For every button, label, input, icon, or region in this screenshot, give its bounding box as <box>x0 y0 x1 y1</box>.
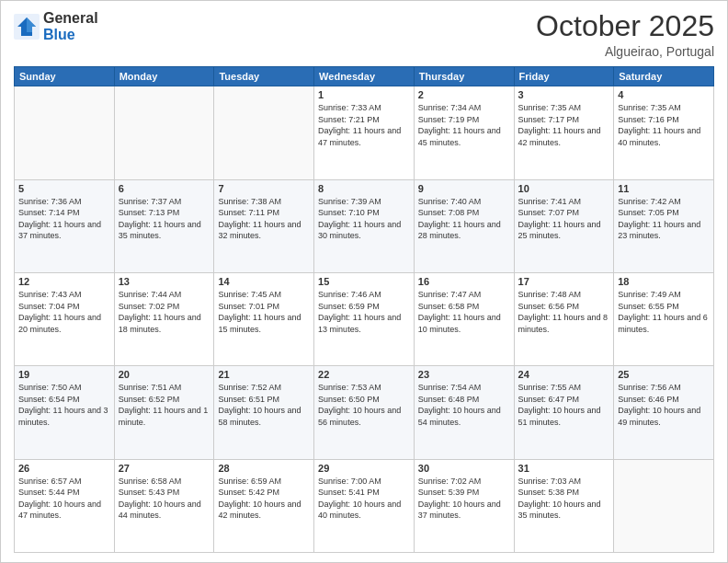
day-number: 3 <box>518 89 610 100</box>
day-number: 7 <box>218 183 310 194</box>
day-number: 23 <box>418 369 510 380</box>
day-info: Sunrise: 7:50 AM Sunset: 6:54 PM Dayligh… <box>18 382 110 428</box>
page-header: General Blue October 2025 Algueirao, Por… <box>14 10 714 59</box>
day-number: 20 <box>119 369 210 380</box>
header-sunday: Sunday <box>15 67 115 86</box>
calendar-cell-0-5: 3Sunrise: 7:35 AM Sunset: 7:17 PM Daylig… <box>514 86 614 179</box>
day-number: 18 <box>618 276 710 287</box>
day-number: 30 <box>418 463 510 474</box>
day-info: Sunrise: 7:03 AM Sunset: 5:38 PM Dayligh… <box>518 476 610 522</box>
day-number: 1 <box>318 89 410 100</box>
day-number: 15 <box>318 276 410 287</box>
day-number: 5 <box>18 183 110 194</box>
day-info: Sunrise: 7:38 AM Sunset: 7:11 PM Dayligh… <box>218 196 310 242</box>
calendar-cell-2-5: 17Sunrise: 7:48 AM Sunset: 6:56 PM Dayli… <box>514 272 614 365</box>
day-number: 22 <box>318 369 410 380</box>
day-number: 25 <box>618 369 710 380</box>
day-number: 31 <box>518 463 610 474</box>
calendar-cell-1-3: 8Sunrise: 7:39 AM Sunset: 7:10 PM Daylig… <box>314 179 415 272</box>
header-saturday: Saturday <box>614 67 714 86</box>
logo-blue-text: Blue <box>43 27 75 42</box>
logo: General Blue <box>14 10 98 42</box>
day-info: Sunrise: 7:44 AM Sunset: 7:02 PM Dayligh… <box>119 289 210 335</box>
day-number: 10 <box>518 183 610 194</box>
day-number: 13 <box>119 276 210 287</box>
day-info: Sunrise: 7:45 AM Sunset: 7:01 PM Dayligh… <box>218 289 310 335</box>
calendar-cell-0-1 <box>114 86 214 179</box>
logo-general-text: General <box>43 10 98 26</box>
day-number: 27 <box>119 463 210 474</box>
week-row-3: 19Sunrise: 7:50 AM Sunset: 6:54 PM Dayli… <box>15 366 714 459</box>
day-info: Sunrise: 7:02 AM Sunset: 5:39 PM Dayligh… <box>418 476 510 522</box>
day-info: Sunrise: 7:35 AM Sunset: 7:16 PM Dayligh… <box>618 102 710 148</box>
calendar-body: 1Sunrise: 7:33 AM Sunset: 7:21 PM Daylig… <box>15 86 714 553</box>
calendar-cell-3-2: 21Sunrise: 7:52 AM Sunset: 6:51 PM Dayli… <box>214 366 314 459</box>
location-subtitle: Algueirao, Portugal <box>536 44 714 59</box>
day-number: 8 <box>318 183 410 194</box>
calendar-cell-2-1: 13Sunrise: 7:44 AM Sunset: 7:02 PM Dayli… <box>114 272 214 365</box>
calendar-table: Sunday Monday Tuesday Wednesday Thursday… <box>14 66 714 553</box>
calendar-cell-0-2 <box>214 86 314 179</box>
day-info: Sunrise: 7:55 AM Sunset: 6:47 PM Dayligh… <box>518 382 610 428</box>
calendar-cell-2-0: 12Sunrise: 7:43 AM Sunset: 7:04 PM Dayli… <box>15 272 115 365</box>
day-info: Sunrise: 7:56 AM Sunset: 6:46 PM Dayligh… <box>618 382 710 428</box>
calendar-cell-3-1: 20Sunrise: 7:51 AM Sunset: 6:52 PM Dayli… <box>114 366 214 459</box>
day-info: Sunrise: 7:52 AM Sunset: 6:51 PM Dayligh… <box>218 382 310 428</box>
day-info: Sunrise: 7:36 AM Sunset: 7:14 PM Dayligh… <box>18 196 110 242</box>
header-thursday: Thursday <box>414 67 514 86</box>
calendar-cell-4-0: 26Sunrise: 6:57 AM Sunset: 5:44 PM Dayli… <box>15 459 115 552</box>
day-number: 11 <box>618 183 710 194</box>
calendar-cell-1-6: 11Sunrise: 7:42 AM Sunset: 7:05 PM Dayli… <box>614 179 714 272</box>
header-wednesday: Wednesday <box>314 67 415 86</box>
calendar-cell-4-4: 30Sunrise: 7:02 AM Sunset: 5:39 PM Dayli… <box>414 459 514 552</box>
day-number: 12 <box>18 276 110 287</box>
calendar-cell-4-6 <box>614 459 714 552</box>
day-info: Sunrise: 7:43 AM Sunset: 7:04 PM Dayligh… <box>18 289 110 335</box>
calendar-cell-1-1: 6Sunrise: 7:37 AM Sunset: 7:13 PM Daylig… <box>114 179 214 272</box>
calendar-cell-1-2: 7Sunrise: 7:38 AM Sunset: 7:11 PM Daylig… <box>214 179 314 272</box>
day-info: Sunrise: 6:58 AM Sunset: 5:43 PM Dayligh… <box>119 476 210 522</box>
day-number: 24 <box>518 369 610 380</box>
day-info: Sunrise: 7:54 AM Sunset: 6:48 PM Dayligh… <box>418 382 510 428</box>
calendar-cell-2-6: 18Sunrise: 7:49 AM Sunset: 6:55 PM Dayli… <box>614 272 714 365</box>
week-row-0: 1Sunrise: 7:33 AM Sunset: 7:21 PM Daylig… <box>15 86 714 179</box>
day-info: Sunrise: 6:59 AM Sunset: 5:42 PM Dayligh… <box>218 476 310 522</box>
day-number: 14 <box>218 276 310 287</box>
header-monday: Monday <box>114 67 214 86</box>
month-title: October 2025 <box>536 10 714 42</box>
day-info: Sunrise: 7:41 AM Sunset: 7:07 PM Dayligh… <box>518 196 610 242</box>
calendar-cell-2-3: 15Sunrise: 7:46 AM Sunset: 6:59 PM Dayli… <box>314 272 415 365</box>
calendar-cell-3-6: 25Sunrise: 7:56 AM Sunset: 6:46 PM Dayli… <box>614 366 714 459</box>
calendar-cell-4-5: 31Sunrise: 7:03 AM Sunset: 5:38 PM Dayli… <box>514 459 614 552</box>
week-row-4: 26Sunrise: 6:57 AM Sunset: 5:44 PM Dayli… <box>15 459 714 552</box>
day-info: Sunrise: 7:34 AM Sunset: 7:19 PM Dayligh… <box>418 102 510 148</box>
logo-icon <box>14 14 40 40</box>
calendar-cell-3-0: 19Sunrise: 7:50 AM Sunset: 6:54 PM Dayli… <box>15 366 115 459</box>
calendar-cell-0-6: 4Sunrise: 7:35 AM Sunset: 7:16 PM Daylig… <box>614 86 714 179</box>
header-tuesday: Tuesday <box>214 67 314 86</box>
weekday-header-row: Sunday Monday Tuesday Wednesday Thursday… <box>15 67 714 86</box>
week-row-2: 12Sunrise: 7:43 AM Sunset: 7:04 PM Dayli… <box>15 272 714 365</box>
calendar-cell-0-3: 1Sunrise: 7:33 AM Sunset: 7:21 PM Daylig… <box>314 86 415 179</box>
day-number: 26 <box>18 463 110 474</box>
day-number: 21 <box>218 369 310 380</box>
calendar-cell-2-2: 14Sunrise: 7:45 AM Sunset: 7:01 PM Dayli… <box>214 272 314 365</box>
day-info: Sunrise: 7:35 AM Sunset: 7:17 PM Dayligh… <box>518 102 610 148</box>
calendar-cell-3-4: 23Sunrise: 7:54 AM Sunset: 6:48 PM Dayli… <box>414 366 514 459</box>
day-number: 9 <box>418 183 510 194</box>
day-info: Sunrise: 7:39 AM Sunset: 7:10 PM Dayligh… <box>318 196 410 242</box>
title-block: October 2025 Algueirao, Portugal <box>536 10 714 59</box>
day-info: Sunrise: 7:48 AM Sunset: 6:56 PM Dayligh… <box>518 289 610 335</box>
day-info: Sunrise: 7:33 AM Sunset: 7:21 PM Dayligh… <box>318 102 410 148</box>
day-number: 17 <box>518 276 610 287</box>
day-number: 29 <box>318 463 410 474</box>
calendar-cell-3-3: 22Sunrise: 7:53 AM Sunset: 6:50 PM Dayli… <box>314 366 415 459</box>
calendar-cell-1-5: 10Sunrise: 7:41 AM Sunset: 7:07 PM Dayli… <box>514 179 614 272</box>
day-info: Sunrise: 7:51 AM Sunset: 6:52 PM Dayligh… <box>119 382 210 428</box>
day-info: Sunrise: 7:40 AM Sunset: 7:08 PM Dayligh… <box>418 196 510 242</box>
calendar-cell-3-5: 24Sunrise: 7:55 AM Sunset: 6:47 PM Dayli… <box>514 366 614 459</box>
day-info: Sunrise: 7:37 AM Sunset: 7:13 PM Dayligh… <box>119 196 210 242</box>
day-number: 28 <box>218 463 310 474</box>
day-number: 6 <box>119 183 210 194</box>
calendar-cell-0-4: 2Sunrise: 7:34 AM Sunset: 7:19 PM Daylig… <box>414 86 514 179</box>
